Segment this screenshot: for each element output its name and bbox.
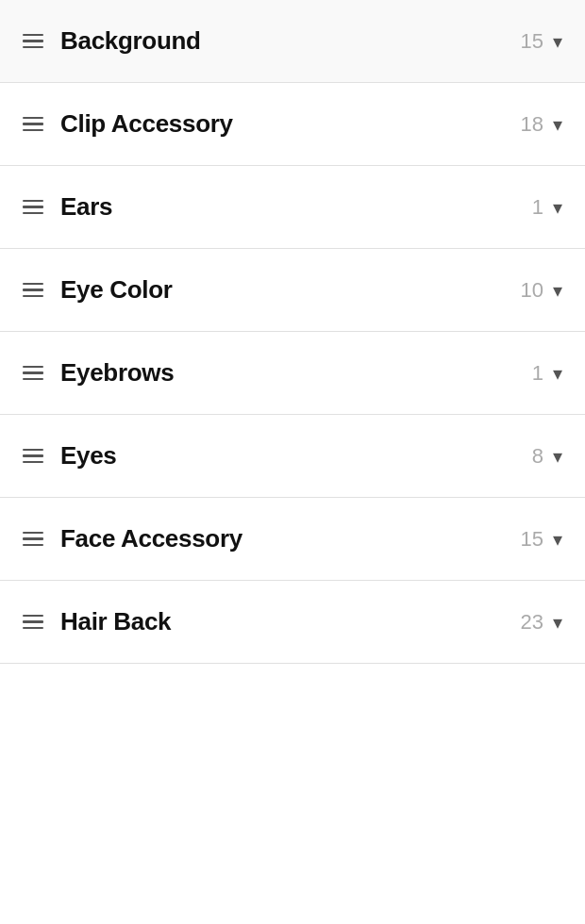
list-item-face-accessory[interactable]: Face Accessory 15 ▾ <box>0 498 585 581</box>
chevron-down-icon: ▾ <box>553 198 562 217</box>
list-icon <box>23 283 43 298</box>
list-item-eyes[interactable]: Eyes 8 ▾ <box>0 415 585 498</box>
item-count-ears: 1 <box>532 195 543 220</box>
item-label-eyebrows: Eyebrows <box>60 358 532 388</box>
list-icon <box>23 117 43 132</box>
list-item-eyebrows[interactable]: Eyebrows 1 ▾ <box>0 332 585 415</box>
category-list: Background 15 ▾ Clip Accessory 18 ▾ Ears… <box>0 0 585 664</box>
item-label-face-accessory: Face Accessory <box>60 524 521 553</box>
item-label-hair-back: Hair Back <box>60 607 521 636</box>
list-icon <box>23 200 43 215</box>
list-icon <box>23 34 43 49</box>
list-item-hair-back[interactable]: Hair Back 23 ▾ <box>0 581 585 664</box>
item-label-ears: Ears <box>60 192 532 222</box>
item-label-eyes: Eyes <box>60 441 532 470</box>
list-icon <box>23 366 43 381</box>
list-item-background[interactable]: Background 15 ▾ <box>0 0 585 83</box>
chevron-down-icon: ▾ <box>553 447 562 466</box>
chevron-down-icon: ▾ <box>553 613 562 632</box>
list-item-eye-color[interactable]: Eye Color 10 ▾ <box>0 249 585 332</box>
chevron-down-icon: ▾ <box>553 115 562 134</box>
item-count-clip-accessory: 18 <box>521 112 543 137</box>
item-count-eyebrows: 1 <box>532 361 543 386</box>
item-label-eye-color: Eye Color <box>60 275 521 305</box>
item-label-background: Background <box>60 26 521 56</box>
item-count-face-accessory: 15 <box>521 527 543 552</box>
item-count-eyes: 8 <box>532 444 543 469</box>
list-item-ears[interactable]: Ears 1 ▾ <box>0 166 585 249</box>
item-count-eye-color: 10 <box>521 278 543 303</box>
item-count-background: 15 <box>521 29 543 54</box>
chevron-down-icon: ▾ <box>553 364 562 383</box>
chevron-down-icon: ▾ <box>553 281 562 300</box>
item-count-hair-back: 23 <box>521 610 543 635</box>
list-icon <box>23 532 43 547</box>
chevron-down-icon: ▾ <box>553 530 562 549</box>
list-item-clip-accessory[interactable]: Clip Accessory 18 ▾ <box>0 83 585 166</box>
list-icon <box>23 615 43 630</box>
item-label-clip-accessory: Clip Accessory <box>60 109 521 139</box>
chevron-down-icon: ▾ <box>553 32 562 51</box>
list-icon <box>23 449 43 464</box>
